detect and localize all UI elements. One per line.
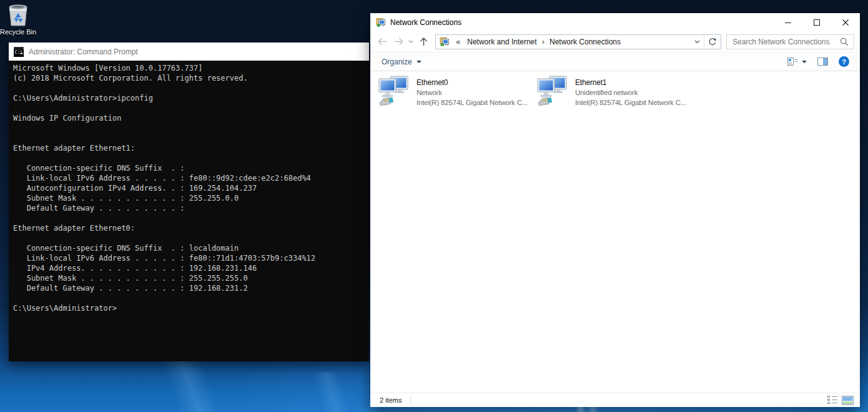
recycle-bin-shortcut[interactable]: Recycle Bin [0,1,41,36]
address-dropdown-button[interactable] [690,35,704,49]
explorer-window: Network Connections [370,13,860,407]
chevron-down-icon[interactable] [802,61,807,63]
close-icon [842,19,849,26]
forward-arrow-icon [394,38,403,46]
minimize-button[interactable] [774,13,802,31]
cmd-window-title: Administrator: Command Prompt [29,48,138,56]
chevron-down-icon [408,40,413,43]
organize-button[interactable]: Organize [382,58,422,66]
view-icon-thumb [789,59,791,61]
status-view-switcher [827,396,854,405]
items-view[interactable]: Ethernet0 Network Intel(R) 82574L Gigabi… [370,71,860,393]
network-adapter-icon [537,76,567,106]
recycle-bin-icon [5,1,31,27]
breadcrumb-network-and-internet[interactable]: Network and Internet [463,38,540,46]
breadcrumb-network-connections[interactable]: Network Connections [546,38,624,46]
cmd-window: C:\ Administrator: Command Prompt Micros… [9,43,369,361]
thumbnail-view-icon [843,397,852,404]
network-connections-icon [440,37,450,47]
chevron-down-icon [417,61,422,63]
items-count: 2 items [380,396,402,404]
change-view-button[interactable] [787,58,797,66]
up-button[interactable] [415,34,432,50]
details-view-button[interactable] [827,396,838,404]
wallpaper-light-beam [281,372,381,412]
adapter-name: Ethernet1 [575,78,686,88]
minimize-icon [785,19,791,26]
preview-pane-icon [823,58,827,65]
breadcrumb-collapsed-marker[interactable]: « [453,37,463,46]
back-button[interactable] [374,34,390,50]
status-bar-divider [410,396,411,404]
network-adapter-text: Ethernet1 Unidentified network Intel(R) … [575,78,686,108]
navigation-bar: « Network and Internet › Network Connect… [370,31,860,52]
cmd-console-output[interactable]: Microsoft Windows [Version 10.0.17763.73… [9,61,369,361]
explorer-window-title: Network Connections [390,18,461,27]
refresh-icon [708,38,717,46]
search-box [726,34,854,49]
search-icon[interactable] [840,38,849,46]
adapter-name: Ethernet0 [417,78,528,88]
preview-pane-button[interactable] [817,58,828,66]
close-button[interactable] [831,13,860,31]
recycle-bin-label: Recycle Bin [0,28,41,36]
svg-text:C:\: C:\ [15,49,24,55]
recent-locations-button[interactable] [407,34,415,50]
adapter-device: Intel(R) 82574L Gigabit Network C... [417,98,528,108]
wallpaper-light-beam [131,359,250,412]
chevron-down-icon [694,40,700,44]
maximize-button[interactable] [802,13,831,31]
up-arrow-icon [420,38,428,46]
toolbar-right-group: ? [787,56,849,67]
network-adapter-icon [378,76,408,106]
search-input[interactable] [727,38,837,46]
network-adapter-item-ethernet0[interactable]: Ethernet0 Network Intel(R) 82574L Gigabi… [378,76,532,108]
forward-button[interactable] [390,34,407,50]
network-adapter-item-ethernet1[interactable]: Ethernet1 Unidentified network Intel(R) … [537,76,691,108]
cmd-titlebar[interactable]: C:\ Administrator: Command Prompt [9,43,369,61]
window-caption-controls [774,13,860,31]
command-toolbar: Organize ? [370,52,860,71]
large-icons-view-button[interactable] [842,396,854,405]
address-bar[interactable]: « Network and Internet › Network Connect… [435,34,721,49]
refresh-button[interactable] [704,35,721,49]
help-button[interactable]: ? [839,56,849,67]
adapter-device: Intel(R) 82574L Gigabit Network C... [575,98,686,108]
adapter-status: Unidentified network [575,88,686,98]
adapter-status: Network [417,88,528,98]
explorer-titlebar[interactable]: Network Connections [370,13,860,31]
status-bar: 2 items [370,393,860,407]
help-question-icon: ? [842,58,846,66]
breadcrumb-separator-icon: › [541,37,546,46]
cmd-icon: C:\ [14,47,24,57]
maximize-icon [814,19,820,26]
back-arrow-icon [378,38,387,46]
organize-label: Organize [382,58,412,66]
network-connections-icon [376,18,386,28]
network-adapter-text: Ethernet0 Network Intel(R) 82574L Gigabi… [417,78,528,108]
